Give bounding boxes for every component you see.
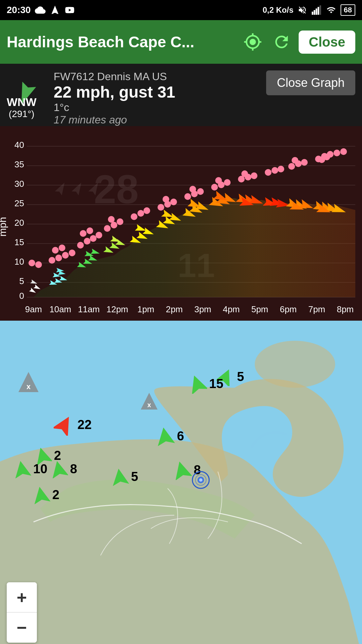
- wind-direction-label: WNW (291°): [7, 96, 37, 119]
- data-rate: 0,2 Ko/s: [262, 5, 293, 15]
- svg-point-117: [184, 193, 191, 200]
- gps-button[interactable]: [241, 30, 264, 54]
- svg-marker-151: [155, 426, 175, 446]
- svg-point-128: [241, 170, 248, 177]
- zoom-in-button[interactable]: +: [7, 582, 37, 612]
- cloud-icon: [35, 5, 46, 15]
- zoom-out-button[interactable]: −: [7, 612, 37, 643]
- svg-rect-0: [312, 12, 313, 15]
- svg-point-129: [265, 169, 272, 176]
- svg-point-106: [104, 225, 111, 232]
- svg-text:25: 25: [14, 198, 24, 208]
- close-graph-button[interactable]: Close Graph: [266, 70, 355, 95]
- svg-point-109: [108, 216, 115, 223]
- svg-text:x: x: [26, 382, 31, 391]
- svg-point-130: [272, 167, 278, 174]
- weather-panel: FW7612 Dennis MA US 22 mph, gust 31 1°c …: [0, 64, 362, 126]
- marker-15[interactable]: 15: [187, 374, 223, 394]
- svg-point-97: [69, 250, 75, 256]
- svg-point-135: [292, 157, 298, 164]
- svg-point-127: [251, 172, 257, 179]
- svg-text:7pm: 7pm: [308, 304, 325, 314]
- status-left: 20:30: [7, 5, 75, 15]
- svg-point-110: [131, 213, 137, 220]
- map-view[interactable]: x x 22 5 15 6: [0, 321, 362, 644]
- navigation-icon: [50, 5, 60, 15]
- svg-text:9am: 9am: [25, 304, 42, 314]
- svg-text:10: 10: [14, 257, 24, 267]
- close-button[interactable]: Close: [299, 31, 355, 54]
- marker-10[interactable]: 10: [13, 460, 47, 478]
- svg-text:11am: 11am: [78, 304, 100, 314]
- svg-point-142: [323, 154, 330, 160]
- svg-text:15: 15: [14, 237, 24, 247]
- svg-marker-157: [32, 486, 50, 504]
- temperature: 1°c: [54, 101, 355, 114]
- wifi-icon: [326, 5, 337, 15]
- svg-text:x: x: [147, 401, 151, 409]
- svg-marker-155: [50, 460, 68, 478]
- svg-point-132: [288, 163, 295, 170]
- svg-point-100: [77, 242, 84, 249]
- svg-point-99: [59, 245, 65, 251]
- chart-svg: 28 11 40 35 30 25 20 15 10 5 0 mph 9am 1…: [0, 126, 362, 321]
- svg-point-98: [52, 247, 59, 254]
- svg-point-131: [278, 166, 284, 172]
- svg-rect-3: [317, 7, 319, 15]
- svg-text:20: 20: [14, 218, 24, 228]
- svg-point-105: [86, 227, 93, 234]
- marker-8-left[interactable]: 8: [50, 460, 77, 478]
- svg-text:12pm: 12pm: [106, 304, 128, 314]
- svg-point-123: [224, 179, 231, 186]
- x-marker-2: x: [139, 391, 159, 413]
- svg-text:5pm: 5pm: [251, 304, 268, 314]
- svg-point-124: [215, 177, 222, 184]
- status-right: 0,2 Ko/s 68: [262, 4, 355, 16]
- marker-22[interactable]: 22: [54, 414, 92, 436]
- marker-5-bottom[interactable]: 5: [111, 468, 138, 486]
- svg-point-95: [55, 255, 62, 261]
- svg-text:10am: 10am: [49, 304, 71, 314]
- svg-point-120: [189, 186, 196, 193]
- svg-point-140: [340, 148, 347, 155]
- refresh-button[interactable]: [270, 30, 293, 54]
- svg-marker-150: [187, 374, 207, 394]
- svg-point-116: [163, 196, 169, 203]
- svg-marker-156: [111, 468, 129, 486]
- battery-display: 68: [341, 4, 355, 16]
- svg-point-93: [35, 261, 42, 268]
- svg-marker-154: [13, 460, 31, 478]
- svg-rect-4: [319, 5, 321, 15]
- svg-text:40: 40: [14, 140, 24, 150]
- svg-text:2pm: 2pm: [166, 304, 183, 314]
- svg-rect-1: [313, 10, 315, 15]
- time-ago: 17 minutes ago: [54, 114, 355, 126]
- marker-2-bottom[interactable]: 2: [32, 486, 59, 504]
- svg-point-94: [49, 257, 55, 264]
- svg-point-115: [170, 199, 177, 205]
- svg-point-112: [143, 207, 150, 214]
- svg-point-101: [84, 238, 90, 245]
- wind-chart: 28 11 40 35 30 25 20 15 10 5 0 mph 9am 1…: [0, 126, 362, 321]
- page-title: Hardings Beach Cape C...: [7, 33, 236, 51]
- svg-rect-2: [315, 8, 317, 15]
- svg-text:6pm: 6pm: [280, 304, 297, 314]
- youtube-icon: [64, 5, 75, 15]
- svg-point-96: [62, 252, 69, 259]
- map-svg: [0, 321, 362, 644]
- svg-text:4pm: 4pm: [223, 304, 240, 314]
- svg-point-108: [117, 218, 123, 225]
- svg-point-102: [90, 235, 97, 242]
- svg-point-119: [197, 188, 204, 195]
- svg-text:35: 35: [14, 159, 24, 169]
- status-bar: 20:30 0,2 Ko/s 68: [0, 0, 362, 20]
- svg-point-113: [158, 204, 164, 211]
- svg-text:0: 0: [19, 291, 24, 301]
- mute-icon: [298, 5, 307, 15]
- time-display: 20:30: [7, 5, 31, 15]
- marker-6[interactable]: 6: [155, 426, 184, 446]
- signal-icon: [311, 5, 322, 15]
- svg-point-103: [96, 232, 102, 238]
- svg-point-134: [301, 159, 308, 166]
- zoom-controls: + −: [7, 582, 37, 643]
